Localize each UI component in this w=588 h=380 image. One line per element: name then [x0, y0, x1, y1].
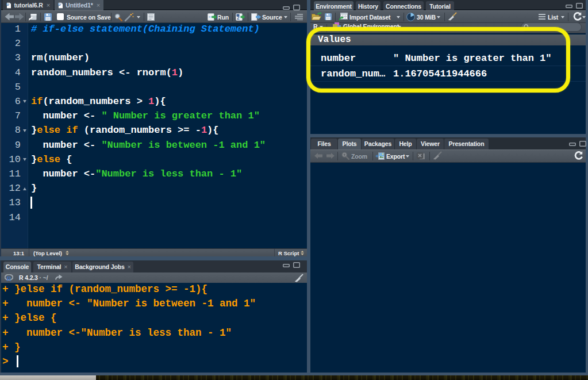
svg-text:2: 2	[237, 15, 240, 21]
svg-text:R: R	[7, 3, 9, 6]
svg-text:R: R	[7, 275, 11, 282]
